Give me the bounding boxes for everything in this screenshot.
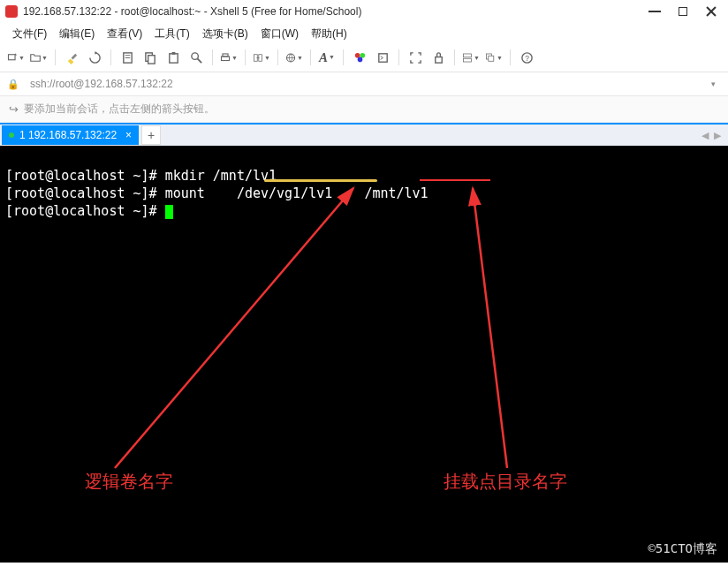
prompt: [root@localhost ~]# — [5, 168, 165, 184]
status-dot-icon — [9, 132, 14, 138]
cmd-arg: /mnt/lv1 — [364, 185, 428, 201]
cmd: mkdir /mnt/lv1 — [165, 168, 277, 184]
maximize-button[interactable] — [679, 7, 687, 16]
svg-point-16 — [360, 52, 365, 57]
cascade-button[interactable]: ▼ — [485, 49, 503, 66]
svg-rect-6 — [169, 53, 177, 62]
arrow-right — [473, 188, 507, 468]
close-button[interactable] — [705, 6, 716, 17]
arrow-left — [115, 188, 353, 468]
svg-rect-0 — [9, 54, 16, 59]
cmd: mount — [165, 185, 205, 201]
search-button[interactable] — [187, 49, 205, 66]
paste-button[interactable] — [164, 49, 182, 66]
svg-rect-5 — [148, 55, 155, 63]
svg-rect-20 — [464, 53, 472, 57]
arrow-icon[interactable]: ↪ — [9, 102, 19, 116]
properties-button[interactable] — [118, 49, 136, 66]
svg-rect-10 — [222, 56, 230, 60]
svg-point-17 — [357, 57, 362, 62]
new-tab-button[interactable]: + — [141, 125, 161, 145]
color-button[interactable] — [351, 49, 368, 66]
annotation-mount-name: 挂载点目录名字 — [444, 472, 567, 490]
menu-help[interactable]: 帮助(H) — [311, 26, 347, 42]
svg-rect-11 — [223, 53, 228, 56]
svg-rect-19 — [435, 57, 442, 63]
menu-edit[interactable]: 编辑(E) — [59, 26, 95, 42]
menu-tabs[interactable]: 选项卡(B) — [202, 26, 248, 42]
svg-line-9 — [197, 58, 201, 63]
tab-label: 1 192.168.57.132:22 — [19, 129, 117, 141]
print-button[interactable]: ▼ — [220, 49, 238, 66]
toolbar: ▼ ▼ ▼ ▼ ▼ A▼ ▼ ▼ ? — [0, 45, 728, 72]
script-button[interactable] — [374, 49, 391, 66]
app-icon — [5, 5, 18, 18]
transfer-button[interactable]: ▼ — [253, 49, 270, 66]
copy-button[interactable] — [141, 49, 159, 66]
svg-point-8 — [191, 52, 198, 59]
address-dropdown[interactable]: ▾ — [706, 79, 721, 88]
svg-rect-23 — [489, 56, 494, 61]
svg-text:?: ? — [525, 54, 529, 63]
prompt: [root@localhost ~]# — [5, 203, 165, 219]
lock-button[interactable] — [429, 49, 447, 66]
hint-text: 要添加当前会话，点击左侧的箭头按钮。 — [24, 102, 215, 117]
address-input[interactable]: ssh://root@192.168.57.132:22 — [25, 76, 701, 92]
globe-button[interactable]: ▼ — [285, 49, 303, 66]
terminal[interactable]: [root@localhost ~]# mkdir /mnt/lv1 [root… — [0, 146, 728, 563]
open-button[interactable]: ▼ — [30, 49, 48, 66]
cmd-arg: /dev/vg1/lv1 — [237, 185, 332, 201]
scroll-left[interactable]: ◀ — [701, 130, 709, 141]
highlight-button[interactable] — [63, 49, 80, 66]
font-button[interactable]: A▼ — [318, 49, 336, 66]
menu-bar: 文件(F) 编辑(E) 查看(V) 工具(T) 选项卡(B) 窗口(W) 帮助(… — [0, 23, 728, 45]
watermark: ©51CTO博客 — [648, 540, 717, 557]
menu-window[interactable]: 窗口(W) — [261, 26, 299, 42]
svg-rect-7 — [171, 51, 175, 54]
lock-icon: 🔒 — [7, 79, 19, 90]
underline-highlight — [264, 179, 377, 182]
session-tab[interactable]: 1 192.168.57.132:22 × — [2, 125, 139, 145]
menu-view[interactable]: 查看(V) — [107, 26, 142, 42]
menu-tools[interactable]: 工具(T) — [155, 26, 189, 42]
new-session-button[interactable]: ▼ — [7, 49, 25, 66]
svg-rect-21 — [464, 58, 472, 62]
cursor — [165, 205, 173, 219]
tile-button[interactable]: ▼ — [462, 49, 480, 66]
reconnect-button[interactable] — [86, 49, 103, 66]
underline-highlight — [420, 179, 490, 181]
svg-point-15 — [354, 52, 360, 57]
minimize-button[interactable] — [648, 11, 661, 12]
scroll-right[interactable]: ▶ — [714, 130, 721, 141]
fullscreen-button[interactable] — [406, 49, 424, 66]
window-title: 192.168.57.132:22 - root@localhost:~ - X… — [23, 5, 648, 18]
prompt: [root@localhost ~]# — [5, 185, 165, 201]
close-tab-button[interactable]: × — [125, 129, 132, 141]
help-button[interactable]: ? — [518, 49, 535, 66]
menu-file[interactable]: 文件(F) — [12, 26, 47, 42]
annotation-lv-name: 逻辑卷名字 — [85, 472, 173, 490]
